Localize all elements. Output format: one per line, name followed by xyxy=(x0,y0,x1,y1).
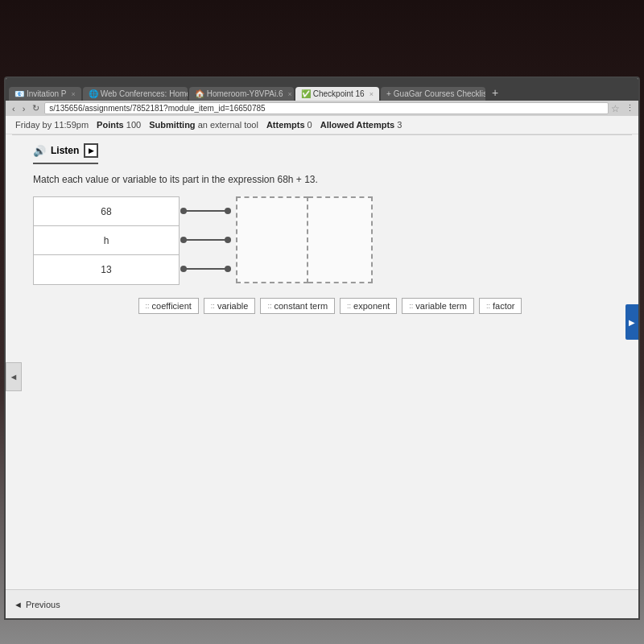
chip-label: variable term xyxy=(415,301,467,311)
browser-menu-icon[interactable]: ⋮ xyxy=(625,103,634,114)
chip-exponent[interactable]: :: exponent xyxy=(340,298,397,314)
previous-button[interactable]: ◄ Previous xyxy=(14,600,60,609)
address-input[interactable]: s/135656/assignments/7852181?module_item… xyxy=(44,102,609,114)
drop-zone[interactable] xyxy=(236,196,308,283)
chip-label: factor xyxy=(493,301,515,311)
chip-variable[interactable]: :: variable xyxy=(204,298,256,314)
tab-label: Web Conferences: Homeroot xyxy=(101,89,188,98)
browser-frame: 📧 Invitation P × 🌐 Web Conferences: Home… xyxy=(4,76,640,620)
drop-zone-extended xyxy=(308,196,373,283)
points-label: Points 100 xyxy=(97,120,141,130)
content-panel: 🔊 Listen ▶ Match each value or variable … xyxy=(22,135,638,618)
tab-checkpoint[interactable]: ✅ Checkpoint 16 × xyxy=(295,87,379,101)
assignment-header: Friday by 11:59pm Points 100 Submitting … xyxy=(6,116,638,134)
tab-favicon: 🌐 xyxy=(89,89,98,98)
tab-favicon: 🏠 xyxy=(195,89,204,98)
answer-bank: :: coefficient :: variable :: constant t… xyxy=(33,298,627,314)
full-screen: 📧 Invitation P × 🌐 Web Conferences: Home… xyxy=(0,0,644,644)
nav-refresh-button[interactable]: ↻ xyxy=(30,102,42,114)
tab-favicon: 📧 xyxy=(14,89,24,98)
left-item-68: 68 xyxy=(34,197,179,226)
connector-area xyxy=(180,196,236,283)
play-icon: ▶ xyxy=(89,147,94,155)
left-item-h: h xyxy=(34,226,179,255)
submitting-info: Submitting an external tool xyxy=(149,120,258,130)
chip-coefficient[interactable]: :: coefficient xyxy=(138,298,199,314)
tab-favicon: ✅ xyxy=(301,89,311,98)
new-tab-button[interactable]: + xyxy=(487,85,503,101)
right-action-button[interactable]: ▶ xyxy=(625,304,638,340)
tab-homeroom[interactable]: 🏠 Homeroom-Y8VPAi.6 × xyxy=(189,87,294,101)
drag-handle-icon: :: xyxy=(211,302,215,310)
left-items-column: 68 h 13 xyxy=(33,196,180,285)
tab-label: Homeroom-Y8VPAi.6 xyxy=(207,89,283,98)
chip-label: constant term xyxy=(274,301,328,311)
nav-back-button[interactable]: ‹ xyxy=(10,103,18,114)
chip-variable-term[interactable]: :: variable term xyxy=(402,298,474,314)
listen-label: Listen xyxy=(51,145,79,156)
bookmark-icon[interactable]: ☆ xyxy=(611,103,620,114)
chip-label: exponent xyxy=(353,301,390,311)
tab-label: Invitation P xyxy=(27,89,66,98)
tab-close-icon[interactable]: × xyxy=(369,90,374,98)
bottom-navigation: ◄ Previous xyxy=(6,589,638,618)
left-item-13: 13 xyxy=(34,255,179,284)
attempts-info: Attempts 0 xyxy=(266,120,312,130)
connector-lines xyxy=(180,196,236,283)
chip-label: variable xyxy=(217,301,249,311)
drag-handle-icon: :: xyxy=(409,302,413,310)
nav-forward-button[interactable]: › xyxy=(20,103,28,114)
tab-invitation[interactable]: 📧 Invitation P × xyxy=(9,87,81,101)
speaker-icon: 🔊 xyxy=(33,145,46,157)
page-inner: Friday by 11:59pm Points 100 Submitting … xyxy=(6,116,638,618)
tab-close-icon[interactable]: × xyxy=(71,90,75,98)
tab-close-icon[interactable]: × xyxy=(288,90,292,98)
chip-factor[interactable]: :: factor xyxy=(479,298,522,314)
tab-label: GuaGar Courses Checklist xyxy=(394,89,485,98)
main-area: ◄ 🔊 Listen ▶ Match each value or variabl… xyxy=(6,135,638,618)
previous-label: Previous xyxy=(26,600,60,609)
drag-handle-icon: :: xyxy=(267,302,271,310)
drag-handle-icon: :: xyxy=(486,302,490,310)
tab-courses[interactable]: + GuaGar Courses Checklist × xyxy=(381,87,485,101)
tab-label: Checkpoint 16 xyxy=(313,89,365,98)
svg-point-8 xyxy=(225,266,231,272)
svg-point-7 xyxy=(225,237,231,243)
listen-bar: 🔊 Listen ▶ xyxy=(33,143,98,164)
sidebar-toggle-icon: ◄ xyxy=(10,372,19,382)
drag-handle-icon: :: xyxy=(146,302,150,310)
svg-point-6 xyxy=(225,208,231,214)
sidebar-toggle-button[interactable]: ◄ xyxy=(6,362,22,391)
matching-exercise: 68 h 13 xyxy=(33,196,627,285)
url-bar: ‹ › ↻ s/135656/assignments/7852181?modul… xyxy=(6,101,638,116)
tabs-bar: 📧 Invitation P × 🌐 Web Conferences: Home… xyxy=(6,78,638,101)
drag-handle-icon: :: xyxy=(347,302,351,310)
right-btn-icon: ▶ xyxy=(629,318,635,327)
allowed-attempts-info: Allowed Attempts 3 xyxy=(320,120,402,130)
tab-favicon: + xyxy=(386,89,391,98)
chip-label: coefficient xyxy=(152,301,192,311)
tab-web-conferences[interactable]: 🌐 Web Conferences: Homeroot × xyxy=(83,87,188,101)
play-button[interactable]: ▶ xyxy=(84,143,98,158)
due-date: Friday by 11:59pm xyxy=(15,120,89,130)
previous-arrow-icon: ◄ xyxy=(14,600,23,609)
question-text: Match each value or variable to its part… xyxy=(33,172,627,187)
chip-constant-term[interactable]: :: constant term xyxy=(260,298,335,314)
